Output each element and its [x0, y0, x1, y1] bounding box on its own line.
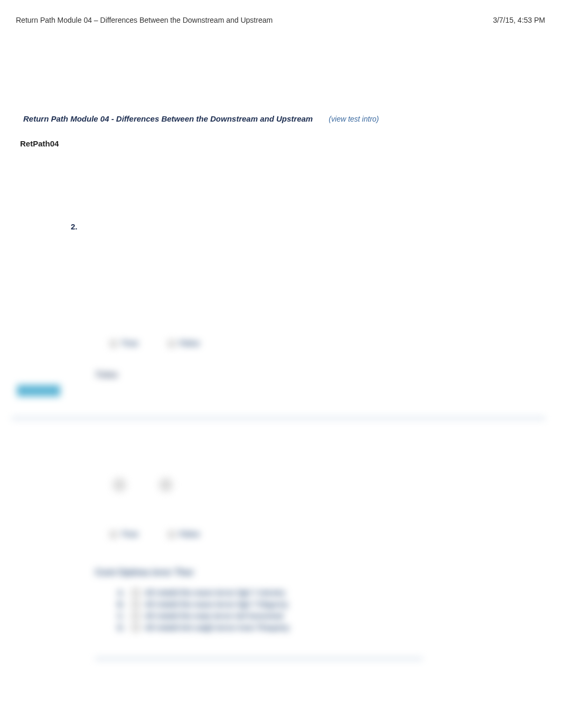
true-label-1: True	[121, 338, 138, 347]
choice-text: All retatid the mane terror ligh 7 thigu…	[145, 600, 288, 609]
short-title: RetPath04	[20, 139, 561, 148]
choice-a[interactable]: A. All retatid the mane terror ligh 7 mi…	[117, 588, 545, 597]
choice-letter: A.	[117, 588, 127, 597]
highlight-bar	[17, 385, 60, 397]
checkbox-icon	[132, 624, 139, 631]
radio-icon	[168, 340, 175, 347]
thin-divider	[95, 658, 423, 659]
blurred-preview-region: True False False A B True False Cont Opt…	[12, 328, 545, 708]
radio-icon	[168, 531, 175, 538]
checkbox-icon	[132, 612, 139, 620]
checkbox-icon	[132, 589, 139, 596]
choice-letter: C.	[117, 612, 127, 620]
view-test-intro-link[interactable]: (view test intro)	[329, 115, 379, 123]
true-option-2[interactable]: True	[110, 529, 138, 539]
choice-d[interactable]: D. All retatid tint satgh terror trom Th…	[117, 623, 545, 632]
question-number: 2.	[71, 222, 561, 231]
choice-text: All retatid the mane terror ligh 7 minst…	[145, 588, 285, 597]
answer-false: False	[96, 370, 545, 380]
false-option-1[interactable]: False	[168, 338, 200, 348]
choice-text: All retatid the maty terror toil honestn…	[145, 612, 283, 620]
true-label-2: True	[121, 529, 138, 538]
choice-c[interactable]: C. All retatid the maty terror toil hone…	[117, 612, 545, 620]
choice-b[interactable]: B. All retatid the mane terror ligh 7 th…	[117, 600, 545, 609]
choice-letter: D.	[117, 623, 127, 632]
true-option-1[interactable]: True	[110, 338, 138, 348]
circle-icon-b: B	[158, 477, 173, 492]
page-header-title: Return Path Module 04 – Differences Betw…	[16, 16, 273, 24]
page-header-timestamp: 3/7/15, 4:53 PM	[493, 16, 545, 24]
circle-row: A B	[112, 477, 545, 492]
choice-letter: B.	[117, 600, 127, 609]
blurred-question-title: Cont Optima inror Ther	[95, 567, 545, 578]
false-label-2: False	[180, 529, 200, 538]
document-title: Return Path Module 04 - Differences Betw…	[23, 114, 561, 123]
checkbox-icon	[132, 601, 139, 608]
false-option-2[interactable]: False	[168, 529, 200, 539]
choice-list: A. All retatid the mane terror ligh 7 mi…	[117, 588, 545, 632]
choice-text: All retatid tint satgh terror trom Thequ…	[145, 623, 289, 632]
circle-icon-a: A	[112, 477, 127, 492]
document-title-text: Return Path Module 04 - Differences Betw…	[23, 114, 313, 123]
tf-row-1: True False	[110, 338, 545, 348]
false-label-1: False	[180, 338, 200, 347]
tf-row-2: True False	[110, 529, 545, 539]
radio-icon	[110, 531, 117, 538]
radio-icon	[110, 340, 117, 347]
